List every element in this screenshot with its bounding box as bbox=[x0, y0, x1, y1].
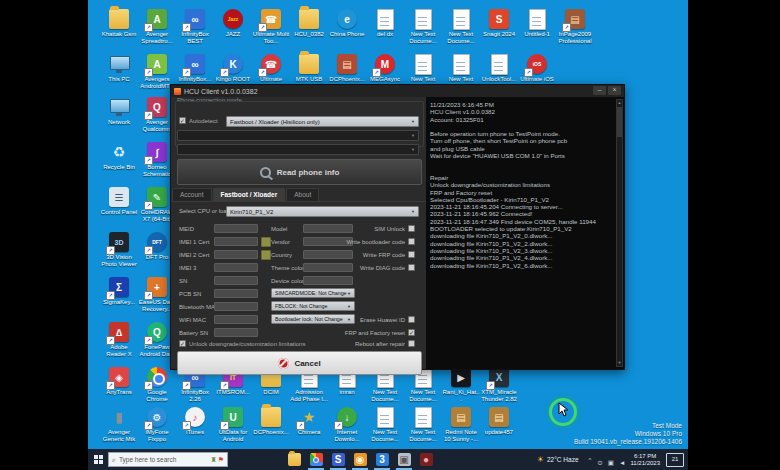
desktop-icon-adobe-reader-x[interactable]: ∆↗Adobe Reader X bbox=[100, 321, 138, 365]
desktop-icon-ultdata-for-android[interactable]: U↗UltData for Android bbox=[214, 406, 252, 450]
tab-about[interactable]: About bbox=[286, 188, 319, 201]
field-input-bluetooth-mac[interactable] bbox=[214, 302, 258, 311]
checkbox-write-diag-code[interactable] bbox=[408, 264, 415, 271]
desktop-icon-rani-ki-hat[interactable]: ▶Rani_Ki_Hat... bbox=[442, 366, 480, 410]
desktop-icon-avenger-spreadtru[interactable]: A↗Avenger Spreadtru... bbox=[138, 8, 176, 52]
taskbar-app-chrome[interactable] bbox=[305, 449, 327, 470]
field-input-meid[interactable] bbox=[214, 224, 258, 233]
autodetect-checkbox[interactable]: ✓ bbox=[179, 117, 186, 124]
desktop-icon-network[interactable]: Network bbox=[100, 96, 138, 140]
tray-expand-chevron[interactable]: ^ bbox=[589, 457, 592, 463]
desktop-icon-untitled-1[interactable]: Untitled-1 bbox=[518, 8, 556, 52]
field-input-wifi-mac[interactable] bbox=[214, 315, 258, 324]
taskbar-app-blue-app[interactable]: S bbox=[327, 449, 349, 470]
notification-center-button[interactable]: 21 bbox=[666, 453, 684, 467]
desktop-icon-redmi-note-10-sunny[interactable]: ▤Redmi Note 10 Sunny -... bbox=[442, 406, 480, 450]
desktop-icon-hcu-0382[interactable]: HCU_0382 bbox=[290, 8, 328, 52]
checkbox-erase-huawei-id[interactable] bbox=[408, 316, 415, 323]
field-input-pcb-sn[interactable] bbox=[214, 289, 258, 298]
desktop-icon-xtm-miracle-thunder-2-82[interactable]: X↗XTM_Miracle Thunder 2.82 bbox=[480, 366, 518, 410]
taskbar-search[interactable]: ⌕ Type here to search ♜ ⚑ bbox=[108, 452, 228, 467]
cert-button[interactable] bbox=[261, 250, 271, 260]
taskbar-app-file-explorer[interactable] bbox=[283, 449, 305, 470]
desktop-icon-control-panel[interactable]: ☰Control Panel bbox=[100, 186, 138, 230]
desktop-icon-google-chrome[interactable]: ↗Google Chrome bbox=[138, 366, 176, 410]
connection-mode-combo[interactable]: Fastboot / Xloader (Hisilicon only)▼ bbox=[226, 116, 419, 127]
field-input-imei-2-cert[interactable] bbox=[214, 250, 258, 259]
reboot-after-repair-checkbox[interactable] bbox=[408, 340, 415, 347]
tray-icon-1[interactable]: ▣ bbox=[608, 459, 614, 466]
desktop-icon-this-pc[interactable]: This PC bbox=[100, 53, 138, 97]
shortcut-arrow-icon: ↗ bbox=[106, 336, 115, 345]
log-line: HCU Client v1.0.0.0382 bbox=[430, 108, 614, 115]
weather-widget[interactable]: ☀ 22°C Haze bbox=[537, 455, 579, 464]
log-line: Account: 01325F01 bbox=[430, 116, 614, 123]
desktop-icon-infinitybox-best[interactable]: ∞↗InfinityBox BEST bbox=[176, 8, 214, 52]
cert-button[interactable] bbox=[261, 237, 271, 247]
taskbar-app-orange-app[interactable]: ◉ bbox=[349, 449, 371, 470]
desktop-icon-chimera[interactable]: ★↗Chimera bbox=[290, 406, 328, 450]
scroll-up-icon[interactable]: ▲ bbox=[617, 100, 622, 106]
tray-icon-2[interactable]: ◄ bbox=[619, 459, 625, 466]
desktop-icon-itunes[interactable]: ♪↗iTunes bbox=[176, 406, 214, 450]
field-input-sn[interactable] bbox=[214, 276, 258, 285]
unlock-downgrade-checkbox[interactable]: ✓ bbox=[179, 340, 186, 347]
desktop-icon-new-text-docume[interactable]: New Text Docume... bbox=[404, 406, 442, 450]
cpu-loader-combo[interactable]: Kirin710_P1_V2▼ bbox=[226, 206, 419, 217]
desktop-icon-new-text-docume[interactable]: New Text Docume... bbox=[404, 8, 442, 52]
minimize-button[interactable]: – bbox=[593, 86, 606, 95]
combo-simcardmode[interactable]: SIMCARDMODE: Not Change▼ bbox=[271, 288, 355, 298]
taskbar-app-3utools[interactable]: 3 bbox=[371, 449, 393, 470]
desktop-icon-3d-vision-photo-viewer[interactable]: 3D↗3D Vision Photo Viewer bbox=[100, 231, 138, 275]
checkbox-frp-and-factory-reset[interactable]: ✓ bbox=[408, 329, 415, 336]
read-phone-info-button[interactable]: Read phone info bbox=[177, 159, 422, 185]
scroll-down-icon[interactable]: ▼ bbox=[617, 360, 622, 366]
start-button[interactable] bbox=[88, 449, 108, 470]
taskbar-clock[interactable]: 6:17 PM 11/21/2023 bbox=[630, 453, 660, 467]
desktop-icon-snagit-2024[interactable]: SSnagit 2024 bbox=[480, 8, 518, 52]
magnifier-icon bbox=[260, 167, 271, 178]
desktop-icon-recycle-bin[interactable]: ♻Recycle Bin bbox=[100, 141, 138, 185]
desktop-icon-jazz[interactable]: JazzJAZZ bbox=[214, 8, 252, 52]
desktop-icon-new-text-docume[interactable]: New Text Docume... bbox=[366, 406, 404, 450]
checkbox-write-frp-code[interactable] bbox=[408, 251, 415, 258]
field-input-imei-1-cert[interactable] bbox=[214, 237, 258, 246]
checkbox-write-bootloader-code[interactable] bbox=[408, 238, 415, 245]
desktop-icon-new-text-docume[interactable]: New Text Docume... bbox=[442, 8, 480, 52]
desktop-icon-ultimate-multi-too[interactable]: ☎↗Ultimate Multi Too... bbox=[252, 8, 290, 52]
desktop-icon-khattak-gsm[interactable]: Khattak Gsm bbox=[100, 8, 138, 52]
window-titlebar[interactable]: HCU Client v1.0.0.0382 – × bbox=[171, 85, 624, 97]
tab-account[interactable]: Account bbox=[172, 188, 212, 201]
controls-pane: Phone connection mode ✓ Autodetect Fastb… bbox=[171, 97, 426, 369]
combo-fblock[interactable]: FBLOCK: Not Change▼ bbox=[271, 301, 355, 311]
cancel-button[interactable]: Cancel bbox=[177, 351, 422, 375]
shortcut-arrow-icon: ↗ bbox=[144, 68, 153, 77]
window-title: HCU Client v1.0.0.0382 bbox=[184, 88, 258, 95]
checkbox-sim-unlock[interactable] bbox=[408, 225, 415, 232]
desktop-icon-imyfone-fixppo[interactable]: ⚙↗iMyFone Fixppo bbox=[138, 406, 176, 450]
log-scrollbar[interactable]: ▲ ▼ bbox=[616, 99, 623, 367]
taskbar-apps: S◉3▣● bbox=[283, 449, 437, 470]
empty-combo-1[interactable]: ▼ bbox=[177, 130, 419, 141]
desktop-icon-del-dx[interactable]: del dx bbox=[366, 8, 404, 52]
scroll-thumb[interactable] bbox=[617, 107, 622, 137]
desktop-icon-china-phone[interactable]: eChina Phone bbox=[328, 8, 366, 52]
desktop-icon-avenger-generic-mtk[interactable]: ▮Avenger Generic Mtk bbox=[100, 406, 138, 450]
tab-fastboot-xloader[interactable]: Fastboot / Xloader bbox=[213, 188, 286, 201]
empty-combo-2[interactable]: ▼ bbox=[177, 144, 419, 155]
taskbar-app-red-app[interactable]: ● bbox=[415, 449, 437, 470]
taskbar-app-gray-app[interactable]: ▣ bbox=[393, 449, 415, 470]
system-tray: ☀ 22°C Haze ^ ⊙▣◄ 6:17 PM 11/21/2023 21 bbox=[537, 449, 688, 470]
field-input-battery-sn[interactable] bbox=[214, 328, 258, 337]
field-input-device-color[interactable] bbox=[303, 276, 353, 285]
desktop-icon-inpage2009-professional[interactable]: ▤↗InPage2009 Professional bbox=[556, 8, 594, 52]
desktop-icon-sigmakey[interactable]: Σ↗SigmaKey... bbox=[100, 276, 138, 320]
desktop-icon-dcphoenix[interactable]: DCPhoenix... bbox=[252, 406, 290, 450]
desktop-icon-update457[interactable]: ▤update457 bbox=[480, 406, 518, 450]
field-input-imei-3[interactable] bbox=[214, 263, 258, 272]
tray-icon-0[interactable]: ⊙ bbox=[597, 459, 602, 466]
desktop-icon-anytrans[interactable]: ◈↗AnyTrans bbox=[100, 366, 138, 410]
close-button[interactable]: × bbox=[608, 86, 621, 95]
desktop-icon-internet-downlo[interactable]: ↓↗Internet Downlo... bbox=[328, 406, 366, 450]
log-line: 2023-11-21 18:16:47.349 Find device COM2… bbox=[430, 218, 614, 225]
